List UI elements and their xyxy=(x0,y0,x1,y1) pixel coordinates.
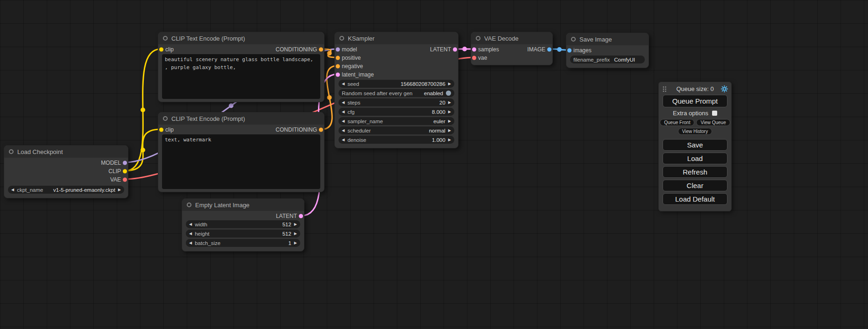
input-slot-positive[interactable]: positive xyxy=(335,54,374,62)
collapse-dot-icon[interactable] xyxy=(163,116,168,121)
input-slot-negative[interactable]: negative xyxy=(335,62,374,70)
width-widget[interactable]: ◀ width 512 ▶ xyxy=(186,220,300,228)
clip-slot-dot[interactable] xyxy=(159,128,163,132)
increment-arrow-icon[interactable]: ▶ xyxy=(448,80,451,88)
output-slot-vae[interactable]: VAE xyxy=(110,175,128,184)
node-title-bar[interactable]: VAE Decode xyxy=(471,32,552,44)
denoise-widget[interactable]: ◀ denoise 1.000 ▶ xyxy=(339,136,454,144)
increment-arrow-icon[interactable]: ▶ xyxy=(448,136,451,144)
latent-slot-dot[interactable] xyxy=(336,73,340,77)
node-title-bar[interactable]: KSampler xyxy=(335,32,458,44)
queue-prompt-button[interactable]: Queue Prompt xyxy=(663,95,727,107)
decrement-arrow-icon[interactable]: ◀ xyxy=(189,239,192,247)
node-title-bar[interactable]: CLIP Text Encode (Prompt) xyxy=(158,112,324,125)
output-slot-latent[interactable]: LATENT xyxy=(430,45,458,54)
collapse-dot-icon[interactable] xyxy=(163,36,168,41)
settings-gear-icon[interactable] xyxy=(721,85,728,92)
output-slot-latent[interactable]: LATENT xyxy=(276,212,304,220)
batch-size-widget[interactable]: ◀ batch_size 1 ▶ xyxy=(186,239,300,247)
clip-slot-dot[interactable] xyxy=(123,169,127,174)
negative-prompt-textarea[interactable]: text, watermark xyxy=(162,134,320,189)
decrement-arrow-icon[interactable]: ◀ xyxy=(189,220,192,228)
ckpt-name-widget[interactable]: ◀ ckpt_name v1-5-pruned-emaonly.ckpt ▶ xyxy=(8,186,124,194)
conditioning-slot-dot[interactable] xyxy=(319,128,323,132)
input-slot-clip[interactable]: clip xyxy=(158,45,174,54)
random-seed-toggle[interactable]: Random seed after every gen enabled xyxy=(339,89,454,97)
collapse-dot-icon[interactable] xyxy=(187,203,191,207)
refresh-button[interactable]: Refresh xyxy=(663,166,727,178)
collapse-dot-icon[interactable] xyxy=(339,36,344,41)
save-button[interactable]: Save xyxy=(663,139,727,151)
node-save-image[interactable]: Save Image images filename_prefix ComfyU… xyxy=(566,33,649,68)
cfg-widget[interactable]: ◀ cfg 8.000 ▶ xyxy=(339,108,454,116)
output-slot-clip[interactable]: CLIP xyxy=(108,167,128,175)
collapse-dot-icon[interactable] xyxy=(476,36,480,41)
decrement-arrow-icon[interactable]: ◀ xyxy=(342,108,345,116)
node-vae-decode[interactable]: VAE Decode samples vae IMAGE xyxy=(471,32,553,65)
height-widget[interactable]: ◀ height 512 ▶ xyxy=(186,230,300,238)
view-queue-button[interactable]: View Queue xyxy=(696,119,730,126)
conditioning-slot-dot[interactable] xyxy=(336,56,340,60)
load-default-button[interactable]: Load Default xyxy=(663,193,727,205)
latent-slot-dot[interactable] xyxy=(453,48,457,52)
comfy-menu-panel[interactable]: Queue size: 0 Queue Prompt Extra options xyxy=(658,82,732,211)
decrement-arrow-icon[interactable]: ◀ xyxy=(342,117,345,125)
vae-slot-dot[interactable] xyxy=(472,56,476,60)
collapse-dot-icon[interactable] xyxy=(9,149,14,154)
node-title-bar[interactable]: CLIP Text Encode (Prompt) xyxy=(158,32,324,44)
sampler-name-widget[interactable]: ◀ sampler_name euler ▶ xyxy=(339,117,454,125)
node-clip-text-encode-positive[interactable]: CLIP Text Encode (Prompt) clip CONDITION… xyxy=(158,32,325,102)
extra-options-checkbox[interactable] xyxy=(712,111,717,116)
filename-prefix-widget[interactable]: filename_prefix ComfyUI xyxy=(570,56,645,63)
conditioning-slot-dot[interactable] xyxy=(336,64,340,69)
conditioning-slot-dot[interactable] xyxy=(319,48,323,52)
input-slot-latent-image[interactable]: latent_image xyxy=(335,70,374,79)
latent-slot-dot[interactable] xyxy=(472,48,476,52)
positive-prompt-textarea[interactable]: beautiful scenery nature glass bottle la… xyxy=(162,54,320,99)
node-title-bar[interactable]: Save Image xyxy=(566,33,649,45)
input-slot-model[interactable]: model xyxy=(335,45,374,54)
node-empty-latent-image[interactable]: Empty Latent Image LATENT ◀ width 512 ▶ … xyxy=(182,198,304,252)
scheduler-widget[interactable]: ◀ scheduler normal ▶ xyxy=(339,126,454,134)
output-slot-model[interactable]: MODEL xyxy=(101,159,128,167)
node-title-bar[interactable]: Load Checkpoint xyxy=(4,146,128,158)
node-clip-text-encode-negative[interactable]: CLIP Text Encode (Prompt) clip CONDITION… xyxy=(158,112,325,192)
seed-widget[interactable]: ◀ seed 156680208700286 ▶ xyxy=(339,80,454,88)
view-history-button[interactable]: View History xyxy=(678,128,712,135)
decrement-arrow-icon[interactable]: ◀ xyxy=(342,136,345,144)
image-slot-dot[interactable] xyxy=(567,49,572,53)
queue-front-button[interactable]: Queue Front xyxy=(660,119,694,126)
increment-arrow-icon[interactable]: ▶ xyxy=(294,220,297,228)
load-button[interactable]: Load xyxy=(663,153,727,164)
output-slot-image[interactable]: IMAGE xyxy=(527,45,552,54)
increment-arrow-icon[interactable]: ▶ xyxy=(294,230,297,238)
clear-button[interactable]: Clear xyxy=(663,180,727,191)
increment-arrow-icon[interactable]: ▶ xyxy=(448,108,451,116)
decrement-arrow-icon[interactable]: ◀ xyxy=(342,98,345,106)
steps-widget[interactable]: ◀ steps 20 ▶ xyxy=(339,98,454,106)
node-ksampler[interactable]: KSampler model positive negative xyxy=(334,32,459,148)
drag-handle-icon[interactable] xyxy=(662,86,667,92)
node-title-bar[interactable]: Empty Latent Image xyxy=(182,199,304,211)
increment-arrow-icon[interactable]: ▶ xyxy=(448,98,451,106)
input-slot-samples[interactable]: samples xyxy=(471,45,499,54)
increment-arrow-icon[interactable]: ▶ xyxy=(294,239,297,247)
decrement-arrow-icon[interactable]: ◀ xyxy=(11,186,14,194)
model-slot-dot[interactable] xyxy=(123,161,127,165)
increment-arrow-icon[interactable]: ▶ xyxy=(448,126,451,134)
latent-slot-dot[interactable] xyxy=(299,214,303,218)
input-slot-images[interactable]: images xyxy=(566,46,592,55)
input-slot-clip[interactable]: clip xyxy=(158,126,174,134)
increment-arrow-icon[interactable]: ▶ xyxy=(118,186,121,194)
output-slot-conditioning[interactable]: CONDITIONING xyxy=(275,45,324,54)
input-slot-vae[interactable]: vae xyxy=(471,54,499,62)
toggle-knob[interactable] xyxy=(446,91,451,96)
node-graph-canvas[interactable]: Load Checkpoint MODEL CLIP VAE xyxy=(0,0,868,329)
output-slot-conditioning[interactable]: CONDITIONING xyxy=(275,126,324,134)
decrement-arrow-icon[interactable]: ◀ xyxy=(189,230,192,238)
model-slot-dot[interactable] xyxy=(336,48,340,52)
clip-slot-dot[interactable] xyxy=(159,48,163,52)
node-load-checkpoint[interactable]: Load Checkpoint MODEL CLIP VAE xyxy=(4,145,128,198)
increment-arrow-icon[interactable]: ▶ xyxy=(448,117,451,125)
decrement-arrow-icon[interactable]: ◀ xyxy=(342,126,345,134)
